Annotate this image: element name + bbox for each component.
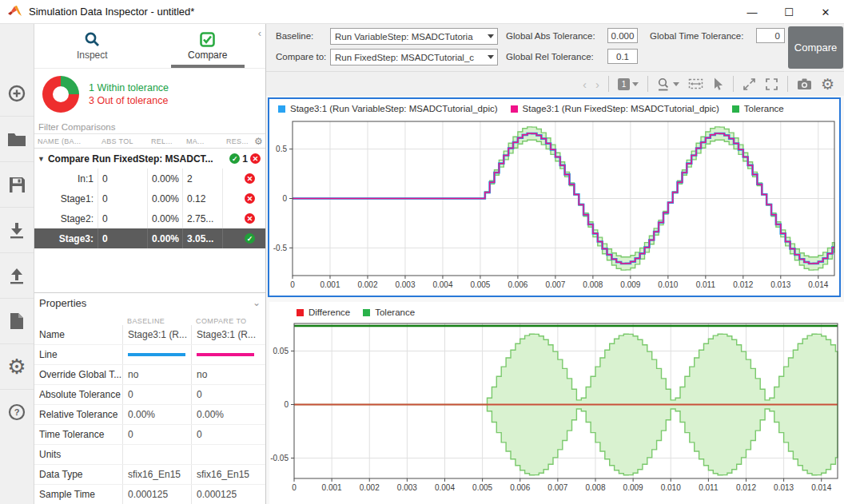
- svg-text:0.010: 0.010: [658, 280, 678, 289]
- col-header-abstol: ABS TOL: [98, 137, 148, 145]
- expand-triangle-icon[interactable]: ▼: [38, 155, 45, 163]
- svg-text:0.007: 0.007: [545, 280, 565, 289]
- property-row-timetolerance: Time Tolerance00: [34, 425, 265, 445]
- zoom-in-time-button[interactable]: [657, 77, 679, 91]
- fit-to-view-button[interactable]: [688, 77, 703, 90]
- svg-text:0.006: 0.006: [508, 280, 528, 289]
- charts-area: Stage3:1 (Run VariableStep: MSADCTutoria…: [266, 96, 844, 504]
- plot-toolbar: ‹ › 1: [266, 72, 844, 96]
- global-time-tolerance-label: Global Time Tolerance:: [650, 31, 743, 41]
- fit-to-view-icon: [688, 77, 703, 90]
- magnifier-icon: [84, 31, 100, 47]
- fullscreen-button[interactable]: [765, 77, 778, 91]
- close-button[interactable]: ✕: [807, 0, 844, 24]
- fail-badge-icon: ✕: [245, 193, 255, 204]
- fail-badge-icon: ✕: [245, 173, 255, 184]
- plus-circle-icon: [8, 85, 26, 102]
- table-settings-gear-icon[interactable]: ⚙: [254, 136, 263, 147]
- svg-text:0.003: 0.003: [397, 483, 417, 492]
- baseline-label: Baseline:: [276, 31, 313, 41]
- right-panel: Baseline: Run VariableStep: MSADCTutoria…: [266, 24, 844, 504]
- legend-swatch-icon: [297, 309, 304, 316]
- comparison-group-row[interactable]: ▼ Compare Run FixedStep: MSADCT... ✓ 1 ✕: [34, 149, 265, 169]
- import-button[interactable]: [0, 207, 34, 252]
- svg-text:0.009: 0.009: [623, 483, 643, 492]
- next-view-button[interactable]: ›: [595, 77, 599, 91]
- comparison-summary: 1 Within tolerance 3 Out of tolerance: [34, 69, 265, 120]
- legend-swatch-icon: [511, 105, 518, 113]
- col-header-name: NAME (BA...: [34, 137, 98, 145]
- table-row-stage3[interactable]: Stage3:00.00%3.05...✓: [34, 228, 265, 248]
- layout-count: 1: [618, 78, 630, 90]
- plot-settings-button[interactable]: ⚙: [821, 75, 834, 93]
- svg-text:0.012: 0.012: [733, 280, 753, 289]
- tab-bar: Inspect Compare ‹: [34, 24, 265, 69]
- minimize-button[interactable]: —: [734, 0, 770, 24]
- camera-icon: [797, 77, 812, 90]
- expand-plot-button[interactable]: [742, 77, 756, 91]
- table-row-stage2[interactable]: Stage2:00.00%2.75...✕: [34, 208, 265, 228]
- pointer-tool-button[interactable]: [712, 77, 724, 91]
- compare-to-select-value: Run FixedStep: MSADCTutorial_c: [335, 53, 474, 62]
- compare-button[interactable]: Compare: [788, 26, 843, 69]
- open-button[interactable]: [0, 116, 34, 161]
- report-button[interactable]: [0, 298, 34, 343]
- maximize-button[interactable]: ☐: [770, 0, 807, 24]
- snapshot-button[interactable]: [797, 77, 812, 90]
- svg-text:0.004: 0.004: [432, 280, 452, 289]
- prev-view-button[interactable]: ‹: [583, 77, 587, 91]
- top-chart-plot[interactable]: 00.0010.0020.0030.0040.0050.0060.0070.00…: [269, 118, 839, 296]
- svg-text:0.011: 0.011: [696, 280, 716, 289]
- svg-text:0.004: 0.004: [435, 483, 455, 492]
- tab-compare[interactable]: Compare: [150, 24, 266, 68]
- folder-icon: [7, 132, 26, 147]
- bottom-chart-plot[interactable]: 00.0010.0020.0030.0040.0050.0060.0070.00…: [269, 323, 844, 504]
- title-bar: Simulation Data Inspector - untitled* — …: [0, 0, 844, 24]
- table-row-stage1[interactable]: Stage1:00.00%0.12✕: [34, 189, 265, 208]
- collapse-properties-icon[interactable]: ⌄: [253, 297, 261, 308]
- pass-badge-icon: ✓: [245, 233, 255, 244]
- tab-inspect-label: Inspect: [77, 50, 108, 61]
- svg-text:?: ?: [14, 407, 20, 417]
- layout-caret-icon: [632, 82, 639, 86]
- baseline-compare-chart[interactable]: Stage3:1 (Run VariableStep: MSADCTutoria…: [268, 97, 841, 297]
- preferences-button[interactable]: ⚙: [0, 343, 34, 389]
- help-button[interactable]: ?: [0, 389, 34, 435]
- baseline-line-swatch: [128, 353, 185, 356]
- fullscreen-brackets-icon: [765, 77, 778, 91]
- global-abs-tolerance-label: Global Abs Tolerance:: [506, 31, 595, 41]
- svg-text:0.005: 0.005: [470, 280, 490, 289]
- property-row-line: Line: [34, 345, 265, 365]
- tab-inspect[interactable]: Inspect: [34, 24, 150, 68]
- table-row-in1[interactable]: In:100.00%2✕: [34, 169, 265, 189]
- comparison-table-header: NAME (BA... ABS TOL REL... MA... RES... …: [34, 133, 265, 149]
- cursor-arrow-icon: [712, 77, 724, 91]
- filter-comparisons-box: [35, 120, 265, 133]
- dropdown-caret-icon: [488, 55, 494, 59]
- subplot-layout-button[interactable]: 1: [618, 78, 639, 90]
- difference-chart[interactable]: DifferenceTolerance 00.0010.0020.0030.00…: [269, 302, 844, 504]
- col-header-maxdiff: MA...: [183, 137, 223, 145]
- export-button[interactable]: [0, 252, 34, 298]
- collapse-panel-icon[interactable]: ‹: [258, 27, 261, 39]
- property-row-name: NameStage3:1 (R...Stage3:1 (R...: [34, 325, 265, 345]
- svg-text:0: 0: [284, 400, 289, 409]
- baseline-select[interactable]: Run VariableStep: MSADCTutoria: [330, 28, 498, 45]
- property-row-absolutetolerance: Absolute Tolerance00: [34, 385, 265, 405]
- add-run-button[interactable]: [0, 70, 34, 116]
- svg-text:0.001: 0.001: [320, 280, 340, 289]
- global-rel-tolerance-field[interactable]: 0.1: [607, 49, 638, 64]
- baseline-col-header: BASELINE: [122, 317, 191, 325]
- global-abs-tolerance-field[interactable]: 0.000: [607, 28, 638, 43]
- svg-text:0.013: 0.013: [774, 483, 794, 492]
- svg-text:0: 0: [290, 280, 295, 289]
- svg-text:0.012: 0.012: [736, 483, 756, 492]
- global-time-tolerance-field[interactable]: 0: [756, 28, 785, 43]
- save-button[interactable]: [0, 161, 34, 207]
- filter-comparisons-input[interactable]: [35, 120, 265, 133]
- svg-text:0.006: 0.006: [510, 483, 530, 492]
- left-icon-strip: ⚙ ?: [0, 24, 34, 504]
- compare-to-select[interactable]: Run FixedStep: MSADCTutorial_c: [330, 49, 498, 65]
- bottom-chart-legend: DifferenceTolerance: [269, 302, 844, 323]
- properties-panel: Properties ⌄ BASELINE COMPARE TO NameSta…: [34, 292, 265, 504]
